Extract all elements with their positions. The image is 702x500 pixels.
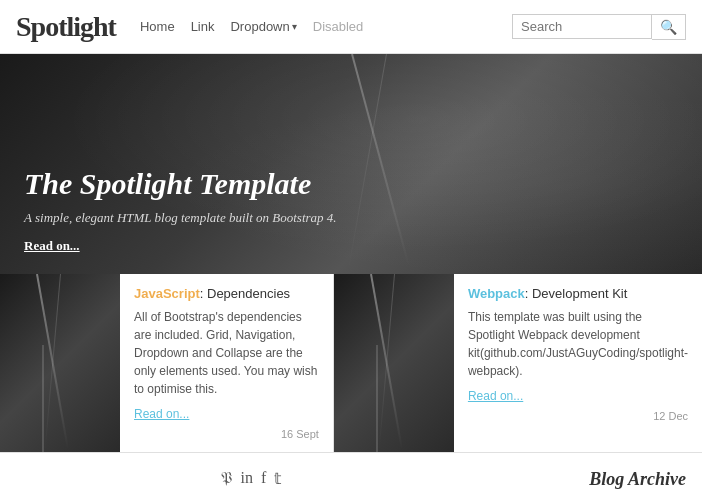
nav-dropdown-label: Dropdown bbox=[230, 19, 289, 34]
search-area: 🔍 bbox=[512, 14, 686, 40]
card-date-1: 16 Sept bbox=[134, 428, 319, 440]
hero-title: The Spotlight Template bbox=[24, 166, 337, 202]
search-input[interactable] bbox=[512, 14, 652, 39]
main-right: Blog Archive It's all about the light Li… bbox=[506, 469, 686, 500]
card-title-2: : Development Kit bbox=[525, 286, 628, 301]
main-area: 𝔓 in f 𝕥 Spot On! 17 Sept 2020 Spotlight… bbox=[0, 453, 702, 500]
card-description-2: This template was built using the Spotli… bbox=[468, 308, 688, 380]
card-read-more-2[interactable]: Read on... bbox=[468, 389, 523, 403]
card-heading-2: Webpack: Development Kit bbox=[468, 286, 688, 302]
nav-disabled: Disabled bbox=[313, 19, 364, 34]
nav-links: Home Link Dropdown ▾ Disabled bbox=[140, 19, 512, 34]
card-read-more-1[interactable]: Read on... bbox=[134, 407, 189, 421]
main-left: 𝔓 in f 𝕥 Spot On! 17 Sept 2020 Spotlight… bbox=[16, 469, 486, 500]
thumbnail-light2-2 bbox=[378, 274, 395, 451]
dropdown-caret-icon: ▾ bbox=[292, 21, 297, 32]
card-category-2: Webpack bbox=[468, 286, 525, 301]
hero-cta-link[interactable]: Read on... bbox=[24, 238, 80, 253]
hero-subtitle: A simple, elegant HTML blog template bui… bbox=[24, 210, 337, 226]
brand-logo: Spotlight bbox=[16, 11, 116, 43]
card-heading-1: JavaScript: Dependencies bbox=[134, 286, 319, 302]
social-row: 𝔓 in f 𝕥 bbox=[16, 469, 486, 488]
card-body-2: Webpack: Development Kit This template w… bbox=[454, 274, 702, 452]
card-date-2: 12 Dec bbox=[468, 410, 688, 422]
card-category-1: JavaScript bbox=[134, 286, 200, 301]
linkedin-icon[interactable]: in bbox=[241, 469, 253, 488]
thumbnail-light2-1 bbox=[44, 274, 61, 451]
search-button[interactable]: 🔍 bbox=[652, 14, 686, 40]
hero-section: The Spotlight Template A simple, elegant… bbox=[0, 54, 702, 274]
blog-archive-title: Blog Archive bbox=[506, 469, 686, 490]
card-body-1: JavaScript: Dependencies All of Bootstra… bbox=[120, 274, 333, 452]
navbar: Spotlight Home Link Dropdown ▾ Disabled … bbox=[0, 0, 702, 54]
pinterest-icon[interactable]: 𝔓 bbox=[221, 469, 233, 488]
card-thumbnail-1 bbox=[0, 274, 120, 452]
card-title-1: : Dependencies bbox=[200, 286, 290, 301]
hero-content: The Spotlight Template A simple, elegant… bbox=[24, 166, 337, 254]
thumbnail-stand-1 bbox=[42, 345, 44, 452]
nav-dropdown[interactable]: Dropdown ▾ bbox=[230, 19, 296, 34]
card-thumbnail-2 bbox=[334, 274, 454, 452]
thumbnail-stand-2 bbox=[376, 345, 378, 452]
nav-home[interactable]: Home bbox=[140, 19, 175, 34]
card-description-1: All of Bootstrap's dependencies are incl… bbox=[134, 308, 319, 398]
nav-link[interactable]: Link bbox=[191, 19, 215, 34]
cards-row: JavaScript: Dependencies All of Bootstra… bbox=[0, 274, 702, 453]
card-webpack: Webpack: Development Kit This template w… bbox=[334, 274, 702, 452]
card-javascript: JavaScript: Dependencies All of Bootstra… bbox=[0, 274, 334, 452]
facebook-icon[interactable]: f bbox=[261, 469, 266, 488]
twitter-icon[interactable]: 𝕥 bbox=[274, 469, 281, 488]
